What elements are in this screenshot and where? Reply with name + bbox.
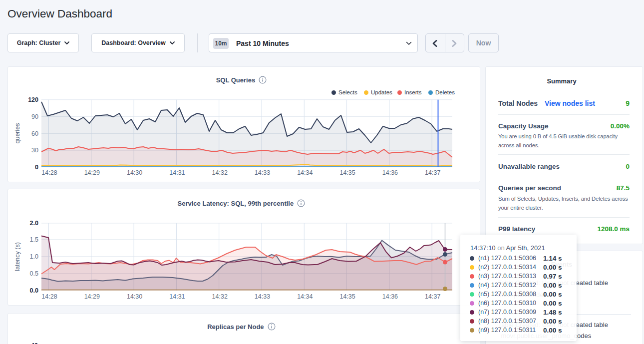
svg-text:14:32: 14:32 (212, 293, 228, 300)
svg-text:14:29: 14:29 (84, 293, 100, 300)
svg-text:14:31: 14:31 (169, 293, 185, 300)
svg-text:latency (s): latency (s) (14, 242, 21, 271)
svg-text:14:34: 14:34 (297, 169, 313, 176)
svg-text:14:36: 14:36 (382, 169, 398, 176)
svg-text:14:36: 14:36 (382, 293, 398, 300)
svg-text:14:30: 14:30 (127, 169, 142, 176)
svg-text:14:34: 14:34 (297, 293, 313, 300)
svg-text:14:37: 14:37 (425, 293, 440, 300)
svg-text:14:31: 14:31 (169, 169, 185, 176)
svg-text:14:33: 14:33 (255, 169, 270, 176)
svg-text:120: 120 (28, 96, 38, 103)
svg-text:0: 0 (35, 164, 38, 171)
svg-text:14:32: 14:32 (212, 169, 228, 176)
svg-text:14:35: 14:35 (339, 169, 355, 176)
svg-text:14:30: 14:30 (127, 293, 142, 300)
svg-text:14:29: 14:29 (84, 169, 100, 176)
svg-text:60: 60 (31, 130, 38, 137)
svg-text:0.0: 0.0 (30, 287, 38, 294)
svg-text:30: 30 (31, 147, 38, 154)
svg-text:14:28: 14:28 (41, 293, 57, 300)
svg-text:2.0: 2.0 (30, 220, 38, 227)
svg-text:1.5: 1.5 (30, 236, 38, 243)
svg-text:queries: queries (14, 123, 21, 144)
svg-text:14:33: 14:33 (255, 293, 270, 300)
svg-text:14:37: 14:37 (425, 169, 440, 176)
svg-text:14:28: 14:28 (41, 169, 57, 176)
svg-text:90: 90 (31, 113, 38, 120)
svg-text:14:35: 14:35 (339, 293, 355, 300)
svg-text:0.5: 0.5 (30, 270, 38, 277)
svg-text:1.0: 1.0 (30, 253, 38, 260)
